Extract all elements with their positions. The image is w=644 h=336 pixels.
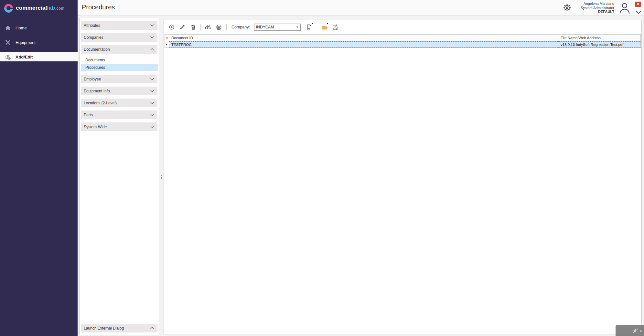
brand-word-suffix: .com: [55, 6, 65, 11]
open-folder-button[interactable]: [321, 24, 328, 30]
accordion-label: Attributes: [84, 23, 100, 28]
edit-button[interactable]: [179, 24, 186, 30]
tools-icon: [5, 39, 11, 46]
accordion-label: Companies: [84, 35, 103, 40]
sidebar-item-label: Add/Edit: [16, 55, 33, 59]
accordion-section-system-wide[interactable]: System-Wide: [81, 122, 157, 131]
company-dropdown-value: INDYCAM: [256, 25, 274, 29]
cell-value: v13.0.13 IndySoft Regression Test.pdf: [561, 43, 623, 47]
nav-item-label: Procedures: [85, 65, 105, 70]
chevron-down-icon: [150, 89, 154, 92]
company-dropdown[interactable]: INDYCAM: [254, 24, 301, 31]
dropdown-arrow-icon: [311, 23, 313, 24]
toolbar-separator: [226, 24, 227, 30]
close-button[interactable]: ✕: [635, 2, 641, 7]
user-info: Angelena Marciano System Administrator D…: [581, 2, 614, 14]
grid-marker-header[interactable]: [165, 35, 169, 41]
accordion-section-employee[interactable]: Employee: [81, 75, 157, 83]
user-role: System Administrator: [581, 6, 614, 10]
app-sidebar: commerciallab.com Home Equipment: [0, 0, 78, 336]
nav-item-procedures[interactable]: Procedures: [81, 64, 157, 71]
accordion-section-locations[interactable]: Locations (2-Level): [81, 99, 157, 107]
find-button[interactable]: [205, 24, 211, 30]
accordion-section-attributes[interactable]: Attributes: [81, 21, 157, 30]
column-header-document-id[interactable]: Document ID: [169, 35, 558, 41]
save-layout-icon: [332, 24, 338, 30]
row-expand-cell[interactable]: [165, 41, 169, 47]
delete-button[interactable]: [190, 24, 196, 30]
page-title: Procedures: [82, 4, 115, 11]
accordion-label: Parts: [84, 113, 93, 117]
accordion-label: Documentation: [84, 47, 110, 52]
filter-marker-icon: [166, 37, 168, 39]
save-layout-button[interactable]: [332, 24, 338, 30]
add-button[interactable]: [168, 24, 175, 30]
accordion-label: Employee: [84, 77, 101, 81]
brand-word-accent: lab: [47, 5, 55, 11]
cell-file-name[interactable]: v13.0.13 IndySoft Regression Test.pdf: [558, 41, 640, 47]
chevron-down-icon: [150, 36, 154, 39]
nav-item-documents[interactable]: Documents: [81, 57, 157, 64]
report-icon: [306, 24, 312, 30]
gear-icon: [562, 3, 572, 13]
printer-icon: [216, 24, 222, 30]
edit-icon: [179, 24, 185, 30]
brand-logo[interactable]: commerciallab.com: [0, 0, 78, 14]
top-bar: Procedures Angelena Marciano System Admi…: [78, 0, 644, 16]
navigation-panel: Attributes Companies Documentation Docum…: [79, 18, 159, 335]
accordion-section-equipment-info[interactable]: Equipment Info.: [81, 87, 157, 95]
accordion-section-documentation[interactable]: Documentation: [81, 45, 157, 54]
procedures-grid: Document ID File Name/Web Address TESTPR…: [165, 34, 641, 48]
cell-document-id[interactable]: TESTPROC: [169, 41, 558, 47]
column-header-file-name[interactable]: File Name/Web Address: [558, 35, 640, 41]
procedures-panel: Company: INDYCAM: [164, 20, 642, 334]
cell-value: TESTPROC: [171, 43, 192, 47]
open-folder-icon: [321, 25, 328, 30]
accordion-label: System-Wide: [84, 125, 107, 129]
accordion-label: Launch External Dialog: [84, 326, 124, 331]
settings-button[interactable]: [562, 2, 573, 13]
system-tray-overlay: c: [616, 325, 644, 336]
user-menu-chevron-icon[interactable]: [635, 10, 642, 15]
brand-logo-icon: [4, 4, 13, 13]
muted-indicator-icon: [632, 328, 639, 334]
procedures-toolbar: Company: INDYCAM: [164, 20, 641, 34]
overlay-glyph: c: [640, 329, 642, 333]
column-header-label: Document ID: [171, 36, 193, 40]
chevron-down-icon: [150, 24, 154, 27]
toolbar-separator: [317, 24, 317, 30]
sidebar-item-equipment[interactable]: Equipment: [0, 38, 78, 47]
chevron-down-icon: [150, 101, 154, 104]
toolbar-separator: [200, 24, 201, 30]
dropdown-arrow-icon: [296, 26, 298, 28]
grid-header-row: Document ID File Name/Web Address: [165, 35, 640, 41]
report-button[interactable]: [306, 24, 313, 30]
table-row[interactable]: TESTPROC v13.0.13 IndySoft Regression Te…: [165, 41, 640, 47]
chevron-up-icon: [150, 327, 154, 330]
binoculars-icon: [205, 25, 211, 30]
user-menu-button[interactable]: [618, 1, 631, 15]
user-profile: DEFAULT: [581, 10, 614, 14]
chevron-down-icon: [150, 125, 154, 128]
add-icon: [169, 24, 175, 30]
company-label: Company:: [231, 25, 250, 29]
accordion-section-launch-external-dialog[interactable]: Launch External Dialog: [81, 324, 157, 332]
box-add-icon: [5, 54, 11, 60]
print-button[interactable]: [216, 24, 222, 30]
sidebar-item-label: Equipment: [16, 40, 36, 45]
sidebar-item-home[interactable]: Home: [0, 23, 78, 32]
chevron-up-icon: [150, 48, 154, 51]
sidebar-item-label: Home: [16, 26, 27, 30]
panel-splitter[interactable]: [160, 18, 163, 335]
user-name: Angelena Marciano: [581, 2, 614, 6]
splitter-grip-icon: [161, 174, 162, 180]
accordion-label: Locations (2-Level): [84, 101, 117, 105]
dropdown-arrow-icon: [327, 23, 328, 24]
trash-icon: [190, 24, 196, 30]
accordion-section-parts[interactable]: Parts: [81, 110, 157, 119]
sidebar-item-add-edit[interactable]: Add/Edit: [0, 52, 78, 61]
chevron-down-icon: [150, 78, 154, 80]
row-expand-icon: [166, 44, 167, 46]
accordion-section-companies[interactable]: Companies: [81, 33, 157, 42]
brand-word-main: commercial: [16, 5, 47, 11]
